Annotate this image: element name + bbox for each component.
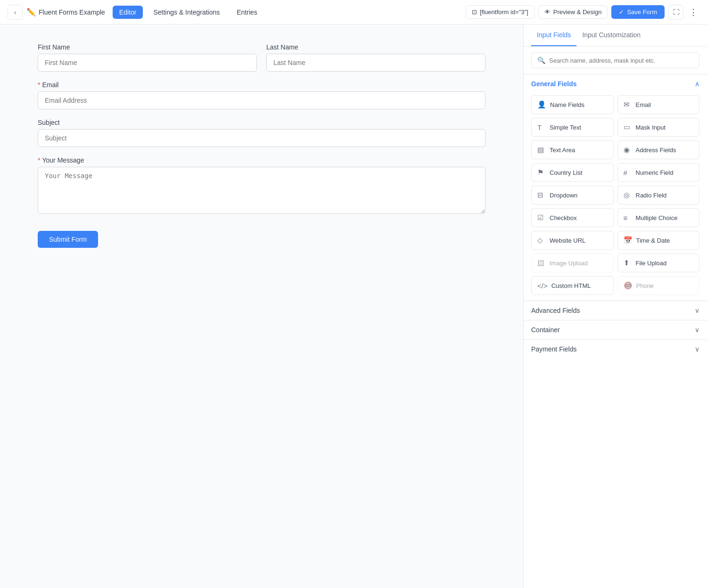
general-fields-header[interactable]: General Fields ∧ [524, 74, 707, 93]
logo: ✏️ Fluent Forms Example [26, 8, 105, 16]
preview-text: Preview & Design [553, 8, 602, 16]
text-area-label: Text Area [550, 147, 575, 154]
field-item-country-list[interactable]: ⚑Country List [531, 163, 614, 182]
shortcode-text: [fluentform id="3"] [480, 8, 528, 16]
form-editor: First Name Last Name * Email Subject [0, 24, 523, 588]
numeric-field-icon: # [624, 169, 632, 177]
field-item-website-url[interactable]: ◇Website URL [531, 231, 614, 250]
email-group: * Email [38, 81, 485, 109]
submit-button[interactable]: Submit Form [38, 231, 98, 248]
more-button[interactable]: ⋮ [687, 5, 699, 19]
search-icon: 🔍 [537, 57, 545, 64]
fullscreen-button[interactable]: ⛶ [668, 5, 683, 20]
general-fields-chevron: ∧ [695, 80, 699, 88]
settings-tab[interactable]: Settings & Integrations [147, 6, 226, 19]
general-fields-title: General Fields [531, 80, 576, 88]
custom-html-icon: </> [537, 282, 548, 290]
first-name-label: First Name [38, 43, 257, 51]
custom-html-label: Custom HTML [551, 282, 591, 289]
preview-button[interactable]: 👁 Preview & Design [538, 5, 608, 19]
email-required: * [38, 81, 40, 89]
mask-input-icon: ▭ [624, 123, 632, 131]
last-name-group: Last Name [266, 43, 485, 72]
advanced-fields-title: Advanced Fields [531, 307, 580, 314]
field-item-checkbox[interactable]: ☑Checkbox [531, 208, 614, 227]
back-button[interactable]: ‹ [8, 5, 23, 20]
editor-tab[interactable]: Editor [113, 6, 143, 19]
dropdown-icon: ⊟ [537, 191, 546, 199]
mask-input-label: Mask Input [636, 124, 666, 131]
last-name-input[interactable] [266, 54, 485, 72]
field-item-text-area[interactable]: ▤Text Area [531, 140, 614, 159]
search-input[interactable] [549, 57, 693, 64]
field-item-dropdown[interactable]: ⊟Dropdown [531, 186, 614, 204]
first-name-group: First Name [38, 43, 257, 72]
multiple-choice-label: Multiple Choice [636, 214, 678, 221]
advanced-fields-chevron: ∨ [695, 307, 699, 314]
search-box: 🔍 [531, 52, 699, 68]
shortcode-icon: ⊡ [472, 8, 477, 16]
panel-tabs: Input Fields Input Customization [524, 24, 707, 47]
first-name-input[interactable] [38, 54, 257, 72]
name-fields-label: Name Fields [550, 101, 584, 108]
field-item-radio-field[interactable]: ◎Radio Field [617, 186, 700, 204]
save-text: Save Form [627, 8, 657, 16]
phone-icon: 📵 [624, 281, 633, 290]
subject-input[interactable] [38, 129, 485, 147]
field-item-file-upload[interactable]: ⬆File Upload [617, 253, 700, 272]
address-fields-icon: ◉ [624, 146, 632, 154]
fields-grid: 👤Name Fields✉EmailTSimple Text▭Mask Inpu… [524, 93, 707, 301]
save-button[interactable]: ✓ Save Form [611, 5, 665, 19]
country-list-icon: ⚑ [537, 168, 546, 177]
last-name-label: Last Name [266, 43, 485, 51]
checkbox-label: Checkbox [550, 214, 577, 221]
container-title: Container [531, 326, 560, 334]
field-item-address-fields[interactable]: ◉Address Fields [617, 140, 700, 159]
tab-input-fields[interactable]: Input Fields [531, 24, 576, 46]
field-item-phone: 📵Phone [617, 276, 700, 295]
text-area-icon: ▤ [537, 146, 546, 154]
multiple-choice-icon: ≡ [624, 214, 632, 222]
field-item-numeric-field[interactable]: #Numeric Field [617, 163, 700, 182]
top-navigation: ‹ ✏️ Fluent Forms Example Editor Setting… [0, 0, 707, 24]
container-section: Container ∨ [524, 320, 707, 339]
field-item-time-date[interactable]: 📅Time & Date [617, 231, 700, 250]
field-item-custom-html[interactable]: </>Custom HTML [531, 276, 614, 295]
shortcode-button[interactable]: ⊡ [fluentform id="3"] [466, 5, 534, 19]
email-label: * Email [38, 81, 485, 89]
time-date-label: Time & Date [636, 237, 670, 244]
website-url-icon: ◇ [537, 236, 546, 245]
field-item-email[interactable]: ✉Email [617, 95, 700, 114]
container-header[interactable]: Container ∨ [524, 320, 707, 339]
message-textarea[interactable] [38, 167, 485, 214]
main-layout: First Name Last Name * Email Subject [0, 24, 707, 588]
address-fields-label: Address Fields [636, 147, 676, 154]
email-input[interactable] [38, 91, 485, 109]
tab-input-customization[interactable]: Input Customization [576, 24, 646, 46]
field-item-simple-text[interactable]: TSimple Text [531, 118, 614, 137]
message-required: * [38, 156, 40, 164]
field-item-multiple-choice[interactable]: ≡Multiple Choice [617, 208, 700, 227]
payment-fields-title: Payment Fields [531, 345, 576, 353]
message-group: * Your Message [38, 156, 485, 214]
country-list-label: Country List [550, 169, 582, 176]
advanced-fields-header[interactable]: Advanced Fields ∨ [524, 301, 707, 320]
field-item-name-fields[interactable]: 👤Name Fields [531, 95, 614, 114]
entries-tab[interactable]: Entries [230, 6, 264, 19]
field-item-mask-input[interactable]: ▭Mask Input [617, 118, 700, 137]
email-label: Email [636, 101, 651, 108]
simple-text-label: Simple Text [550, 124, 581, 131]
checkbox-icon: ☑ [537, 213, 546, 222]
subject-row: Subject [38, 119, 485, 147]
file-upload-icon: ⬆ [624, 259, 632, 267]
name-row: First Name Last Name [38, 43, 485, 72]
subject-label: Subject [38, 119, 485, 126]
website-url-label: Website URL [550, 237, 585, 244]
right-panel: Input Fields Input Customization 🔍 Gener… [523, 24, 707, 588]
container-chevron: ∨ [695, 326, 699, 334]
payment-fields-header[interactable]: Payment Fields ∨ [524, 340, 707, 359]
time-date-icon: 📅 [624, 236, 633, 245]
app-title: Fluent Forms Example [39, 8, 105, 16]
email-icon: ✉ [624, 100, 632, 109]
message-row: * Your Message [38, 156, 485, 214]
